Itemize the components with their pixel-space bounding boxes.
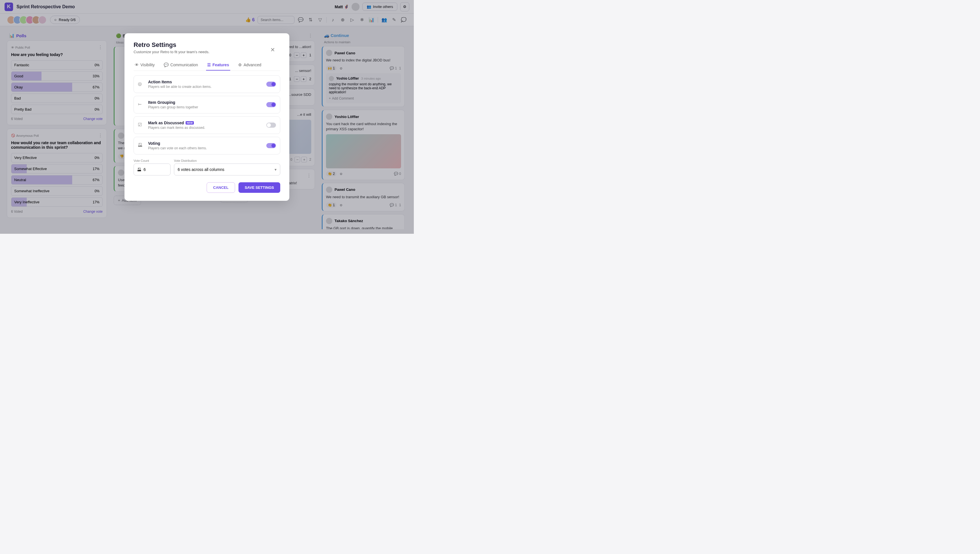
- vote-count-label: Vote Count: [134, 159, 170, 162]
- poll-option-label: Good: [14, 74, 23, 78]
- close-button[interactable]: ✕: [270, 46, 275, 53]
- poll-option-label: Okay: [14, 85, 23, 89]
- poll-option-label: Somewhat Effective: [14, 167, 47, 171]
- feature-desc: Players will be able to create action it…: [148, 85, 262, 89]
- cancel-button[interactable]: CANCEL: [207, 182, 235, 193]
- sliders-icon: ⚙: [238, 62, 242, 67]
- tab-communication[interactable]: 💬 Communication: [162, 60, 199, 70]
- feature-action-items: ◎ Action Items Players will be able to c…: [134, 75, 280, 93]
- feature-voting: 🗳 Voting Players can vote on each others…: [134, 137, 280, 155]
- modal-subtitle: Customize your Retro to fit your team's …: [134, 50, 280, 54]
- poll-option-label: Very Ineffective: [14, 200, 40, 204]
- feature-title: Item Grouping: [148, 100, 262, 105]
- feature-title: Mark as Discussed NEW: [148, 121, 262, 125]
- chevron-down-icon: ▾: [275, 167, 277, 172]
- poll-option-pct: 0%: [95, 63, 99, 67]
- poll-option-pct: 0%: [95, 107, 99, 112]
- poll-option-label: Neutral: [14, 178, 26, 182]
- poll-option-label: Bad: [14, 96, 21, 101]
- feature-mark-discussed: ☑ Mark as Discussed NEW Players can mark…: [134, 116, 280, 134]
- new-badge: NEW: [186, 121, 194, 125]
- poll-option-pct: 67%: [93, 85, 99, 89]
- poll-option-pct: 17%: [93, 200, 99, 204]
- poll-option-pct: 0%: [95, 96, 99, 101]
- poll-option-pct: 33%: [93, 74, 99, 78]
- vote-icon: 🗳: [137, 167, 141, 172]
- poll-option-pct: 0%: [95, 156, 99, 160]
- feature-title: Voting: [148, 141, 262, 145]
- voting-toggle[interactable]: [266, 143, 276, 148]
- vote-distribution-label: Vote Distribution: [174, 159, 280, 162]
- vote-icon: 🗳: [138, 142, 144, 149]
- tab-features[interactable]: ☰ Features: [206, 60, 230, 70]
- settings-modal: Retro Settings Customize your Retro to f…: [124, 33, 290, 201]
- tab-advanced[interactable]: ⚙ Advanced: [237, 60, 262, 70]
- feature-item-grouping: ⤚ Item Grouping Players can group items …: [134, 96, 280, 113]
- vote-count-input[interactable]: 🗳 6: [134, 163, 170, 176]
- feature-desc: Players can group items together: [148, 105, 262, 109]
- poll-option-pct: 17%: [93, 167, 99, 171]
- mark-discussed-toggle[interactable]: [266, 123, 276, 128]
- poll-option-label: Pretty Bad: [14, 107, 32, 112]
- eye-icon: 👁: [135, 62, 139, 67]
- feature-desc: Players can mark items as discussed.: [148, 126, 262, 130]
- list-icon: ☰: [207, 62, 211, 67]
- checkbox-icon: ☑: [138, 122, 144, 128]
- close-icon: ✕: [270, 46, 275, 53]
- feature-title: Action Items: [148, 80, 262, 84]
- feature-desc: Players can vote on each others items.: [148, 146, 262, 150]
- poll-option-label: Very Effective: [14, 156, 37, 160]
- poll-option-label: Somewhat Ineffective: [14, 189, 49, 193]
- item-grouping-toggle[interactable]: [266, 102, 276, 107]
- chat-icon: 💬: [164, 62, 169, 67]
- poll-option-label: Fantastic: [14, 63, 29, 67]
- save-settings-button[interactable]: SAVE SETTINGS: [239, 182, 280, 193]
- target-icon: ◎: [138, 81, 144, 87]
- tab-visibility[interactable]: 👁 Visibility: [134, 60, 156, 70]
- settings-tabs: 👁 Visibility 💬 Communication ☰ Features …: [134, 60, 280, 71]
- action-items-toggle[interactable]: [266, 81, 276, 87]
- modal-backdrop[interactable]: Retro Settings Customize your Retro to f…: [0, 0, 414, 234]
- poll-option-pct: 67%: [93, 178, 99, 182]
- vote-distribution-select[interactable]: 6 votes across all columns ▾: [174, 163, 280, 176]
- merge-icon: ⤚: [138, 102, 144, 108]
- poll-option-pct: 0%: [95, 189, 99, 193]
- modal-title: Retro Settings: [134, 41, 280, 49]
